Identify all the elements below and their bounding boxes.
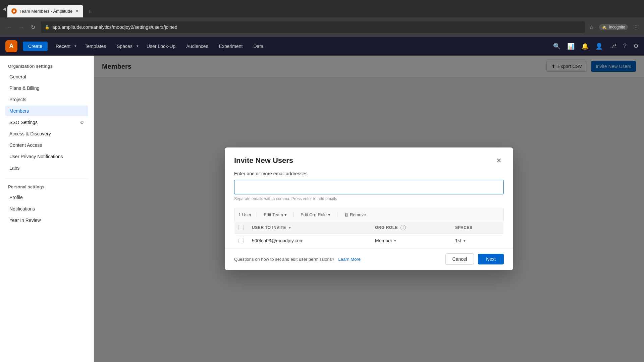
row-checkbox-cell: [234, 234, 248, 248]
sidebar-item-notifications[interactable]: Notifications: [5, 203, 88, 214]
org-role-cell: Member ▾: [371, 234, 451, 248]
url-input[interactable]: 🔒 app.amplitude.com/analytics/moodjoy2/s…: [41, 21, 585, 33]
table-row: 500fca03@moodjoy.com Member ▾: [234, 234, 504, 248]
address-bar: ← → ↻ 🔒 app.amplitude.com/analytics/mood…: [0, 17, 644, 37]
sidebar: Organization settings General Plans & Bi…: [0, 56, 94, 362]
remove-user-button[interactable]: 🗑 Remove: [343, 212, 367, 218]
header-icons: 🔍 📊 🔔 👤 ⎇ ? ⚙: [553, 43, 639, 50]
user-icon[interactable]: 👤: [595, 43, 603, 50]
sidebar-privacy-label: User Privacy Notifications: [9, 154, 63, 159]
learn-more-link[interactable]: Learn More: [338, 257, 360, 262]
col-user-to-invite: USER TO INVITE ▾: [248, 222, 371, 234]
help-icon[interactable]: ?: [623, 43, 627, 50]
recent-arrow-icon: ▾: [74, 44, 76, 48]
nav-recent-label: Recent: [53, 42, 73, 50]
email-section-label: Enter one or more email addresses: [234, 171, 504, 176]
edit-org-role-arrow-icon: ▾: [328, 212, 330, 217]
bell-icon[interactable]: 🔔: [581, 43, 589, 50]
sidebar-plans-label: Plans & Billing: [9, 85, 40, 91]
sso-icon: ⚙: [80, 120, 84, 125]
toolbar-divider-3: [337, 212, 337, 218]
edit-org-role-button[interactable]: Edit Org Role ▾: [299, 212, 332, 218]
col-org-role: ORG ROLE i: [371, 222, 451, 234]
branch-icon[interactable]: ⎇: [609, 43, 616, 50]
analytics-icon[interactable]: 📊: [567, 43, 575, 50]
sidebar-item-members[interactable]: Members: [5, 106, 88, 116]
sidebar-projects-label: Projects: [9, 97, 26, 102]
sidebar-item-plans[interactable]: Plans & Billing: [5, 83, 88, 94]
sidebar-item-year-in-review[interactable]: Year In Review: [5, 215, 88, 226]
sidebar-labs-label: Labs: [9, 165, 19, 171]
nav-audiences[interactable]: Audiences: [183, 42, 211, 50]
user-email: 500fca03@moodjoy.com: [252, 238, 304, 243]
url-text: app.amplitude.com/analytics/moodjoy2/set…: [52, 24, 177, 30]
cancel-button[interactable]: Cancel: [445, 253, 474, 265]
nav-spaces[interactable]: Spaces ▾: [114, 42, 139, 50]
sidebar-item-profile[interactable]: Profile: [5, 192, 88, 203]
main-layout: Organization settings General Plans & Bi…: [0, 56, 644, 362]
spaces-cell: 1st ▾: [451, 234, 504, 248]
amplitude-logo[interactable]: A: [5, 40, 17, 52]
sidebar-item-access-discovery[interactable]: Access & Discovery: [5, 128, 88, 139]
tab-bar: ◀ A Team Members - Amplitude ✕ +: [0, 0, 644, 17]
nav-templates[interactable]: Templates: [82, 42, 109, 50]
user-sort-icon[interactable]: ▾: [289, 226, 291, 230]
search-icon[interactable]: 🔍: [553, 43, 560, 50]
user-count-label: 1 User: [238, 212, 251, 217]
modal-title: Invite New Users: [234, 156, 293, 165]
create-button[interactable]: Create: [23, 42, 48, 51]
remove-icon: 🗑: [344, 212, 348, 217]
forward-button[interactable]: →: [17, 23, 25, 32]
tab-close-button[interactable]: ✕: [75, 8, 79, 14]
nav-experiment[interactable]: Experiment: [216, 42, 246, 50]
spaces-value: 1st: [455, 238, 462, 243]
col-spaces: SPACES: [451, 222, 504, 234]
modal-overlay: Invite New Users ✕ Enter one or more ema…: [94, 56, 644, 362]
edit-org-role-label: Edit Org Role: [301, 212, 327, 217]
star-icon[interactable]: ☆: [589, 24, 594, 31]
row-checkbox[interactable]: [238, 238, 244, 243]
nav-data[interactable]: Data: [251, 42, 266, 50]
next-button[interactable]: Next: [478, 254, 504, 264]
sidebar-item-privacy[interactable]: User Privacy Notifications: [5, 151, 88, 162]
spaces-dropdown[interactable]: 1st ▾: [455, 238, 466, 243]
menu-icon[interactable]: ⋮: [633, 24, 639, 31]
refresh-button[interactable]: ↻: [30, 23, 37, 32]
personal-section-title: Personal settings: [5, 184, 88, 189]
edit-team-arrow-icon: ▾: [284, 212, 287, 217]
sidebar-item-labs[interactable]: Labs: [5, 163, 88, 173]
email-hint: Separate emails with a comma. Press ente…: [234, 196, 504, 201]
sidebar-sso-label: SSO Settings: [9, 120, 38, 125]
edit-team-button[interactable]: Edit Team ▾: [262, 212, 288, 218]
spaces-arrow-icon: ▾: [137, 44, 139, 48]
sidebar-year-review-label: Year In Review: [9, 218, 41, 223]
sidebar-profile-label: Profile: [9, 195, 23, 200]
back-button[interactable]: ←: [5, 23, 13, 32]
nav-recent[interactable]: Recent ▾: [53, 42, 76, 50]
org-role-dropdown[interactable]: Member ▾: [375, 238, 396, 243]
email-address-input[interactable]: [234, 180, 504, 194]
sidebar-access-label: Access & Discovery: [9, 131, 51, 136]
nav-spaces-label: Spaces: [114, 42, 135, 50]
modal-close-button[interactable]: ✕: [494, 156, 504, 166]
tab-favicon: A: [11, 8, 17, 14]
nav-user-lookup[interactable]: User Look-Up: [144, 42, 178, 50]
footer-question-text: Questions on how to set and edit user pe…: [234, 257, 334, 262]
sidebar-item-content-access[interactable]: Content Access: [5, 140, 88, 150]
toolbar-divider-1: [257, 212, 257, 218]
select-all-checkbox[interactable]: [238, 225, 244, 230]
active-tab[interactable]: A Team Members - Amplitude ✕: [7, 5, 83, 17]
logo-letter: A: [9, 43, 14, 50]
sidebar-item-general[interactable]: General: [5, 71, 88, 82]
edit-team-label: Edit Team: [264, 212, 283, 217]
sidebar-item-projects[interactable]: Projects: [5, 94, 88, 105]
settings-icon[interactable]: ⚙: [633, 43, 639, 50]
app-container: A Create Recent ▾ Templates Spaces ▾ Use…: [0, 37, 644, 362]
sidebar-item-sso[interactable]: SSO Settings ⚙: [5, 117, 88, 128]
org-role-arrow-icon: ▾: [394, 239, 396, 243]
org-role-info-icon[interactable]: i: [400, 225, 406, 230]
spaces-arrow-icon: ▾: [464, 239, 466, 243]
modal-footer: Questions on how to set and edit user pe…: [225, 248, 513, 270]
new-tab-button[interactable]: +: [85, 7, 95, 17]
select-all-checkbox-cell: [234, 222, 248, 234]
